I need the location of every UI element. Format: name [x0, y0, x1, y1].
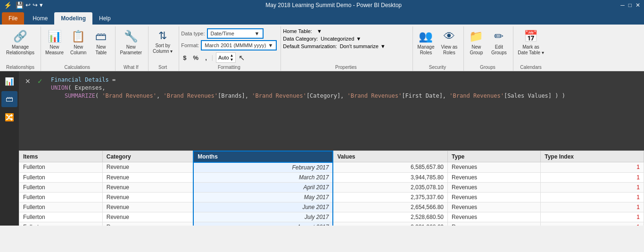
- cell-type: Revenues: [448, 162, 541, 173]
- groups-group-label: Groups: [466, 63, 509, 71]
- formula-var-name: Financial Details: [51, 76, 109, 83]
- close-icon[interactable]: ✕: [636, 2, 640, 8]
- ribbon-group-properties: Home Table: ▼ Data Category: Uncategoriz…: [281, 26, 413, 71]
- relationships-view-icon[interactable]: 🔀: [1, 109, 17, 125]
- data-view-icon[interactable]: 🗃: [1, 91, 17, 107]
- tab-home[interactable]: Home: [26, 12, 54, 25]
- cell-items: Fullerton: [19, 202, 103, 212]
- home-table-dropdown[interactable]: ▼: [315, 28, 322, 34]
- cell-category: Revenue: [102, 172, 193, 182]
- cell-type: Revenues: [448, 182, 541, 192]
- col-header-type-index[interactable]: Type Index: [541, 151, 644, 162]
- data-type-dropdown[interactable]: Date/Time ▼: [207, 28, 264, 39]
- table-row[interactable]: Fullerton Revenue July 2017 2,528,680.50…: [19, 212, 644, 222]
- default-summ-value: Don't summarize: [340, 43, 379, 49]
- col-header-type[interactable]: Type: [448, 151, 541, 162]
- cursor-icon: ↖: [239, 53, 245, 62]
- table-row[interactable]: Fullerton Revenue August 2017 2,321,268.…: [19, 222, 644, 226]
- cell-type: Revenues: [448, 212, 541, 222]
- format-stepper[interactable]: ▲ ▼: [230, 53, 234, 62]
- cell-months: July 2017: [193, 212, 333, 222]
- minimize-icon[interactable]: ─: [620, 2, 625, 8]
- new-parameter-icon: 🔧: [124, 30, 138, 43]
- cell-type-index: 1: [541, 182, 644, 192]
- cell-items: Fullerton: [19, 222, 103, 226]
- data-category-value: Uncategorized: [321, 36, 354, 42]
- percent-symbol[interactable]: %: [191, 54, 201, 62]
- default-summ-dropdown[interactable]: Don't summarize ▼: [340, 43, 386, 49]
- redo-icon[interactable]: ↪: [33, 1, 38, 9]
- cell-items: Fullerton: [19, 162, 103, 173]
- new-column-button[interactable]: 📋 NewColumn: [68, 28, 89, 57]
- home-table-label: Home Table:: [283, 28, 312, 34]
- new-table-button[interactable]: 🗃 NewTable: [91, 28, 111, 57]
- col-header-months[interactable]: Months: [193, 151, 333, 162]
- dollar-symbol[interactable]: $: [181, 54, 188, 62]
- calendar-icon: 📅: [524, 30, 538, 43]
- properties-group-label: Properties: [283, 63, 409, 71]
- cell-category: Revenue: [102, 182, 193, 192]
- formatting-group-label: Formatting: [181, 63, 277, 71]
- undo-icon[interactable]: ↩: [25, 1, 31, 9]
- table-row[interactable]: Fullerton Revenue February 2017 6,585,65…: [19, 162, 644, 173]
- formula-editor[interactable]: Financial Details = UNION( Expenses, SUM…: [47, 73, 642, 102]
- cell-category: Revenue: [102, 162, 193, 173]
- new-measure-button[interactable]: 📊 NewMeasure: [43, 28, 66, 57]
- cell-items: Fullerton: [19, 182, 103, 192]
- col-header-values[interactable]: Values: [333, 151, 447, 162]
- manage-roles-button[interactable]: 👥 ManageRoles: [415, 28, 437, 57]
- comma-symbol[interactable]: ,: [203, 54, 209, 62]
- new-table-icon: 🗃: [95, 30, 107, 43]
- ribbon-group-sort: ⇅ Sort byColumn ▾ Sort: [149, 26, 179, 71]
- cell-months: May 2017: [193, 192, 333, 202]
- view-as-roles-icon: 👁: [444, 30, 455, 43]
- cell-values: 2,654,566.80: [333, 202, 447, 212]
- mark-as-date-table-button[interactable]: 📅 Mark asDate Table ▾: [515, 28, 546, 57]
- cell-type-index: 1: [541, 192, 644, 202]
- formula-cancel-button[interactable]: ✕: [23, 76, 33, 86]
- ribbon: 🔗 ManageRelationships Relationships 📊 Ne…: [0, 25, 644, 71]
- tab-file[interactable]: File: [2, 12, 24, 25]
- formula-union-kw: UNION: [51, 84, 68, 91]
- view-as-roles-button[interactable]: 👁 View asRoles: [438, 28, 460, 57]
- edit-groups-button[interactable]: ✏ EditGroups: [488, 28, 509, 57]
- auto-format-dropdown[interactable]: Auto ▲ ▼: [216, 52, 236, 63]
- cell-values: 2,321,268.60: [333, 222, 447, 226]
- format-dropdown[interactable]: March 2001 (MMMM yyyy) ▼: [201, 40, 277, 50]
- formula-confirm-button[interactable]: ✓: [35, 76, 45, 86]
- relationships-group-label: Relationships: [4, 63, 37, 71]
- format-separator: |: [212, 54, 213, 61]
- col-header-category[interactable]: Category: [102, 151, 193, 162]
- cell-type: Revenues: [448, 202, 541, 212]
- cell-items: Fullerton: [19, 192, 103, 202]
- new-parameter-button[interactable]: 🔧 NewParameter: [117, 28, 144, 57]
- sort-by-column-button[interactable]: ⇅ Sort byColumn ▾: [150, 28, 175, 56]
- data-category-label: Data Category:: [283, 36, 318, 42]
- new-group-button[interactable]: 📁 NewGroup: [466, 28, 487, 57]
- maximize-icon[interactable]: □: [628, 2, 632, 8]
- data-type-label: Data type:: [181, 31, 205, 36]
- default-summ-label: Default Summarization:: [283, 43, 337, 49]
- app-icon: ⚡: [4, 1, 12, 9]
- tab-modeling[interactable]: Modeling: [54, 12, 92, 25]
- report-view-icon[interactable]: 📊: [1, 73, 17, 89]
- save-icon[interactable]: 💾: [16, 1, 24, 9]
- col-header-items[interactable]: Items: [19, 151, 103, 162]
- data-category-dropdown[interactable]: Uncategorized ▼: [321, 36, 361, 42]
- manage-relationships-button[interactable]: 🔗 ManageRelationships: [4, 28, 37, 57]
- ribbon-group-whatif: 🔧 NewParameter What If: [116, 26, 149, 71]
- default-summ-arrow: ▼: [380, 43, 386, 49]
- table-row[interactable]: Fullerton Revenue April 2017 2,035,078.1…: [19, 182, 644, 192]
- table-row[interactable]: Fullerton Revenue May 2017 2,375,337.60 …: [19, 192, 644, 202]
- table-row[interactable]: Fullerton Revenue June 2017 2,654,566.80…: [19, 202, 644, 212]
- cell-type-index: 1: [541, 222, 644, 226]
- cell-type-index: 1: [541, 172, 644, 182]
- ribbon-group-calculations: 📊 NewMeasure 📋 NewColumn 🗃 NewTable Calc…: [41, 26, 116, 71]
- table-row[interactable]: Fullerton Revenue March 2017 3,944,785.8…: [19, 172, 644, 182]
- cell-type: Revenues: [448, 222, 541, 226]
- title-bar: ⚡ 💾 ↩ ↪ ▾ May 2018 Learning Summit Demo …: [0, 0, 644, 10]
- sort-group-label: Sort: [150, 63, 175, 71]
- cell-type-index: 1: [541, 212, 644, 222]
- tab-help[interactable]: Help: [92, 12, 117, 25]
- new-group-icon: 📁: [469, 30, 483, 43]
